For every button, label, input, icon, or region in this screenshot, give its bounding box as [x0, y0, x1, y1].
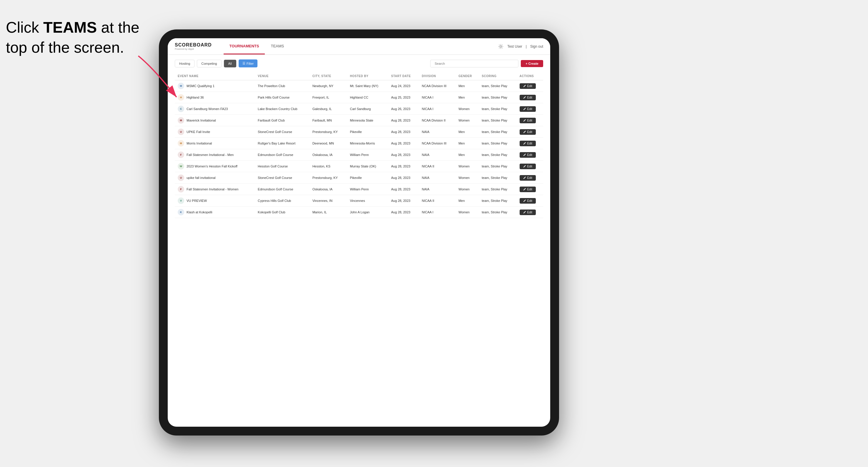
- cell-hosted: William Penn: [347, 149, 388, 161]
- edit-button[interactable]: Edit: [520, 152, 536, 158]
- pencil-icon: [523, 211, 526, 214]
- cell-venue: Park Hills Golf Course: [255, 92, 310, 103]
- search-input[interactable]: [430, 60, 519, 67]
- cell-start-date: Aug 28, 2023: [388, 161, 419, 172]
- svg-point-1: [500, 45, 502, 48]
- cell-city: Hesston, KS: [310, 161, 347, 172]
- edit-button[interactable]: Edit: [520, 95, 536, 100]
- cell-actions: Edit: [517, 149, 543, 161]
- pencil-icon: [523, 165, 526, 168]
- cell-division: NICAA I: [419, 207, 456, 218]
- cell-division: NAIA: [419, 184, 456, 195]
- top-nav: SCOREBOARD Powered by clippit TOURNAMENT…: [168, 38, 550, 55]
- edit-button[interactable]: Edit: [520, 198, 536, 204]
- table-row: F Fall Statesmen Invitational - Women Ed…: [175, 184, 543, 195]
- cell-event-name: K Klash at Kokopelli: [175, 207, 255, 218]
- edit-button[interactable]: Edit: [520, 187, 536, 192]
- cell-scoring: team, Stroke Play: [479, 184, 517, 195]
- table-row: M Maverick Invitational Faribault Golf C…: [175, 115, 543, 126]
- cell-gender: Men: [456, 80, 479, 92]
- cell-actions: Edit: [517, 195, 543, 207]
- cell-start-date: Aug 28, 2023: [388, 149, 419, 161]
- sign-out-link[interactable]: Sign out: [530, 44, 543, 49]
- cell-hosted: Murray State (OK): [347, 161, 388, 172]
- cell-start-date: Aug 28, 2023: [388, 138, 419, 149]
- cell-venue: Edmundson Golf Course: [255, 149, 310, 161]
- col-division: DIVISION: [419, 72, 456, 80]
- cell-venue: Hesston Golf Course: [255, 161, 310, 172]
- table-row: U upike fall invitational StoneCrest Gol…: [175, 172, 543, 184]
- pencil-icon: [523, 119, 526, 122]
- filter-label: Filter: [247, 62, 254, 65]
- filter-button[interactable]: ☰ Filter: [239, 59, 257, 67]
- edit-button[interactable]: Edit: [520, 141, 536, 146]
- instruction-text: Click TEAMS at thetop of the screen.: [6, 18, 140, 57]
- cell-venue: StoneCrest Golf Course: [255, 172, 310, 184]
- pencil-icon: [523, 96, 526, 99]
- edit-button[interactable]: Edit: [520, 106, 536, 112]
- cell-event-name: F Fall Statesmen Invitational - Men: [175, 149, 255, 161]
- cell-start-date: Aug 28, 2023: [388, 195, 419, 207]
- settings-icon[interactable]: [498, 43, 504, 50]
- cell-venue: Lake Bracken Country Club: [255, 103, 310, 115]
- cell-start-date: Aug 28, 2023: [388, 184, 419, 195]
- cell-gender: Women: [456, 161, 479, 172]
- pencil-icon: [523, 130, 526, 133]
- cell-actions: Edit: [517, 172, 543, 184]
- edit-button[interactable]: Edit: [520, 118, 536, 123]
- tab-tournaments[interactable]: TOURNAMENTS: [224, 38, 265, 55]
- cell-division: NCAA Division III: [419, 80, 456, 92]
- cell-venue: Edmundson Golf Course: [255, 184, 310, 195]
- cell-event-name: F Fall Statesmen Invitational - Women: [175, 184, 255, 195]
- cell-event-name: U UPKE Fall Invite: [175, 126, 255, 138]
- cell-scoring: team, Stroke Play: [479, 92, 517, 103]
- cell-hosted: Minnesota-Morris: [347, 138, 388, 149]
- cell-gender: Men: [456, 126, 479, 138]
- nav-tabs: TOURNAMENTS TEAMS: [224, 38, 290, 55]
- cell-city: Newburgh, NY: [310, 80, 347, 92]
- cell-event-name: M Morris Invitational: [175, 138, 255, 149]
- cell-city: Faribault, MN: [310, 115, 347, 126]
- pencil-icon: [523, 199, 526, 202]
- cell-division: NICAA II: [419, 195, 456, 207]
- cell-venue: Cypress Hills Golf Club: [255, 195, 310, 207]
- cell-division: NCAA Division II: [419, 115, 456, 126]
- cell-gender: Women: [456, 184, 479, 195]
- cell-start-date: Aug 28, 2023: [388, 207, 419, 218]
- cell-actions: Edit: [517, 103, 543, 115]
- cell-scoring: team, Stroke Play: [479, 115, 517, 126]
- all-filter-button[interactable]: All: [224, 60, 236, 67]
- create-button[interactable]: + Create: [521, 60, 543, 67]
- edit-button[interactable]: Edit: [520, 210, 536, 215]
- table-row: M Morris Invitational Ruttger's Bay Lake…: [175, 138, 543, 149]
- nav-right: Test User | Sign out: [498, 43, 543, 50]
- edit-button[interactable]: Edit: [520, 129, 536, 135]
- cell-actions: Edit: [517, 161, 543, 172]
- col-scoring: SCORING: [479, 72, 517, 80]
- cell-division: NICAA I: [419, 103, 456, 115]
- cell-hosted: Pikeville: [347, 172, 388, 184]
- col-venue: VENUE: [255, 72, 310, 80]
- cell-actions: Edit: [517, 115, 543, 126]
- cell-hosted: Highland CC: [347, 92, 388, 103]
- cell-gender: Men: [456, 195, 479, 207]
- cell-actions: Edit: [517, 207, 543, 218]
- cell-division: NICAA II: [419, 161, 456, 172]
- cell-hosted: Mt. Saint Mary (NY): [347, 80, 388, 92]
- cell-gender: Women: [456, 103, 479, 115]
- edit-button[interactable]: Edit: [520, 175, 536, 181]
- cell-gender: Men: [456, 92, 479, 103]
- cell-actions: Edit: [517, 80, 543, 92]
- instruction-bold: TEAMS: [43, 19, 97, 36]
- tab-teams[interactable]: TEAMS: [265, 38, 290, 55]
- cell-scoring: team, Stroke Play: [479, 103, 517, 115]
- cell-start-date: Aug 26, 2023: [388, 103, 419, 115]
- cell-city: Vincennes, IN: [310, 195, 347, 207]
- cell-gender: Women: [456, 207, 479, 218]
- edit-button[interactable]: Edit: [520, 83, 536, 89]
- edit-button[interactable]: Edit: [520, 164, 536, 169]
- table-row: C Carl Sandburg Women FA23 Lake Bracken …: [175, 103, 543, 115]
- cell-start-date: Aug 28, 2023: [388, 172, 419, 184]
- cell-start-date: Aug 25, 2023: [388, 92, 419, 103]
- cell-actions: Edit: [517, 138, 543, 149]
